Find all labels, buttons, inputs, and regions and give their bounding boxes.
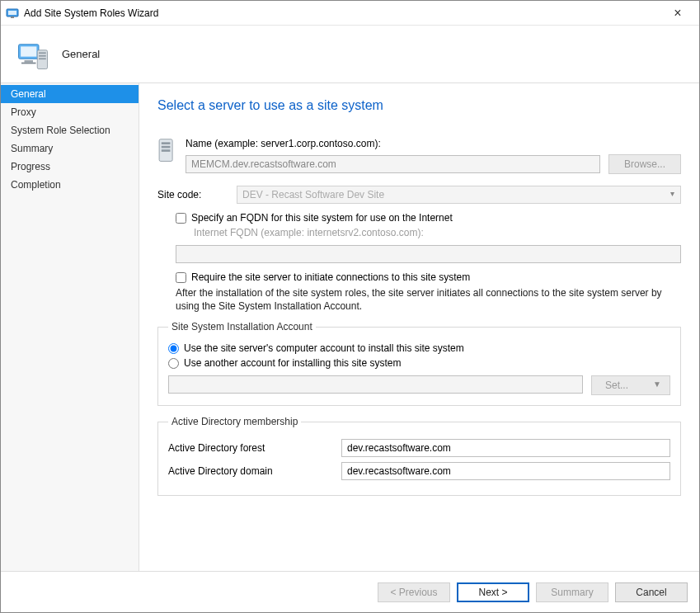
require-initiate-checkbox[interactable] [176, 272, 186, 283]
specify-fqdn-checkbox[interactable] [176, 213, 186, 224]
app-icon [6, 7, 19, 20]
svg-rect-1 [8, 11, 16, 15]
internet-fqdn-input [176, 245, 681, 263]
install-account-group: Site System Installation Account Use the… [157, 321, 681, 406]
window-title: Add Site System Roles Wizard [24, 7, 661, 19]
sidebar-item-summary[interactable]: Summary [1, 139, 139, 158]
sitecode-select: DEV - Recast Software Dev Site [237, 186, 681, 204]
ad-forest-input[interactable] [341, 439, 670, 457]
sitecode-row: Site code: DEV - Recast Software Dev Sit… [157, 186, 681, 204]
sidebar-item-proxy[interactable]: Proxy [1, 103, 139, 121]
name-label: Name (example: server1.corp.contoso.com)… [186, 138, 681, 149]
svg-rect-13 [162, 146, 171, 149]
summary-button: Summary [536, 582, 608, 602]
wizard-footer: < Previous Next > Summary Cancel [1, 571, 699, 612]
install-account-legend: Site System Installation Account [168, 321, 316, 332]
wizard-header: General [1, 26, 699, 83]
svg-rect-6 [21, 62, 36, 64]
svg-rect-14 [162, 149, 171, 152]
header-title: General [62, 48, 100, 60]
browse-button: Browse... [608, 154, 681, 174]
page-heading: Select a server to use as a site system [157, 98, 681, 113]
specify-fqdn-label: Specify an FQDN for this site system for… [191, 212, 453, 224]
ad-domain-input[interactable] [341, 462, 670, 480]
svg-rect-12 [162, 142, 171, 144]
previous-button: < Previous [378, 582, 450, 602]
sidebar-item-general[interactable]: General [1, 85, 139, 103]
wizard-sidebar: General Proxy System Role Selection Summ… [1, 83, 139, 571]
titlebar: Add Site System Roles Wizard × [1, 1, 699, 26]
cancel-button[interactable]: Cancel [615, 582, 688, 602]
chevron-down-icon: ▼ [653, 380, 661, 389]
wizard-content: Select a server to use as a site system … [139, 83, 699, 571]
sitecode-label: Site code: [157, 189, 237, 200]
ad-membership-legend: Active Directory membership [168, 416, 301, 427]
ad-forest-label: Active Directory forest [168, 442, 341, 454]
server-icon [16, 37, 50, 72]
set-account-label: Set... [605, 380, 628, 391]
require-check-row: Require the site server to initiate conn… [176, 271, 681, 283]
svg-rect-8 [39, 52, 46, 54]
svg-rect-9 [39, 54, 46, 56]
use-other-account-label: Use another account for installing this … [184, 357, 401, 369]
use-computer-account-radio[interactable] [168, 343, 179, 354]
ad-domain-label: Active Directory domain [168, 465, 341, 477]
ad-membership-group: Active Directory membership Active Direc… [157, 416, 681, 496]
sidebar-item-system-role-selection[interactable]: System Role Selection [1, 121, 139, 139]
use-computer-account-label: Use the site server's computer account t… [184, 342, 464, 354]
set-account-button: Set... ▼ [591, 375, 670, 395]
close-icon[interactable]: × [661, 6, 694, 21]
svg-rect-4 [21, 46, 36, 56]
name-section: Name (example: server1.corp.contoso.com)… [157, 138, 681, 174]
sidebar-item-completion[interactable]: Completion [1, 176, 139, 194]
server-small-icon [157, 138, 181, 167]
next-button[interactable]: Next > [457, 582, 529, 602]
svg-rect-2 [11, 17, 14, 18]
install-account-input [168, 375, 583, 394]
server-name-input [186, 155, 600, 173]
sidebar-item-progress[interactable]: Progress [1, 158, 139, 176]
fqdn-check-row: Specify an FQDN for this site system for… [176, 212, 681, 224]
internet-fqdn-label: Internet FQDN (example: internetsrv2.con… [194, 227, 681, 238]
svg-rect-5 [25, 60, 34, 63]
use-other-account-radio[interactable] [168, 358, 179, 369]
require-description: After the installation of the site syste… [176, 286, 681, 313]
require-initiate-label: Require the site server to initiate conn… [191, 271, 470, 283]
svg-rect-10 [39, 58, 46, 59]
wizard-body: General Proxy System Role Selection Summ… [1, 83, 699, 571]
